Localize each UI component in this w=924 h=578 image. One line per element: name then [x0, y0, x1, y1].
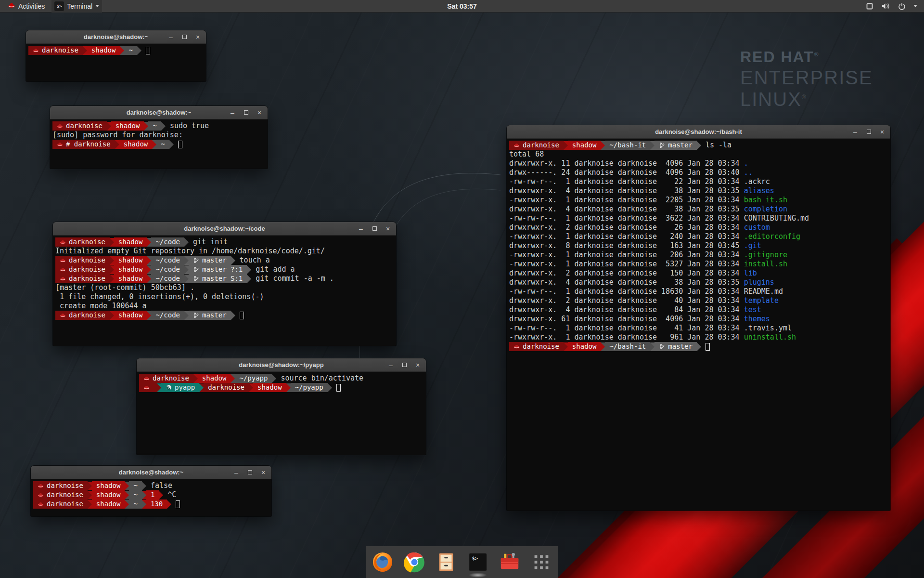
- terminal-content[interactable]: darknoiseshadow~/pyappsource bin/activat…: [137, 372, 426, 392]
- powerline-arrow-icon: [110, 265, 114, 274]
- window-titlebar[interactable]: darknoise@shadow:~/code–×: [53, 222, 396, 236]
- git-branch-icon: [659, 343, 665, 350]
- minimize-button[interactable]: –: [387, 362, 394, 368]
- dock-item-firefox[interactable]: [372, 551, 394, 573]
- file-attributes: -rw-rw-r--. 1 darknoise darknoise 3622 J…: [509, 214, 744, 223]
- file-name: .editorconfig: [744, 232, 800, 241]
- segment-text: shadow: [116, 121, 140, 131]
- minimize-button[interactable]: –: [852, 129, 859, 135]
- file-name: .ackrc: [744, 177, 770, 186]
- terminal-content[interactable]: darknoiseshadow~/bash-itmasterls -latota…: [507, 139, 890, 351]
- close-button[interactable]: ×: [385, 225, 391, 232]
- file-row: -rw-rw-r--. 1 darknoise darknoise 3622 J…: [509, 214, 890, 223]
- close-button[interactable]: ×: [879, 129, 886, 135]
- svg-text:$>: $>: [472, 555, 478, 561]
- prompt-line: darknoiseshadow~/codemaster S:1git commi…: [55, 274, 396, 283]
- output-text: [master (root-commit) 50bcb63] .: [55, 283, 194, 292]
- maximize-button[interactable]: [865, 129, 872, 135]
- screen-share-icon[interactable]: [866, 2, 873, 10]
- prompt-segment-user: darknoise: [139, 374, 193, 383]
- segment-text: darknoise: [42, 46, 78, 55]
- segment-text: shadow: [96, 499, 121, 509]
- prompt-segment-user: darknoise: [55, 256, 110, 265]
- segment-text: darknoise: [153, 374, 189, 383]
- terminal-content[interactable]: darknoiseshadow~sudo true[sudo] password…: [50, 119, 268, 149]
- file-row: drwxrwxr-x. 4 darknoise darknoise 38 Jan…: [509, 186, 890, 196]
- dock-item-terminal[interactable]: $>: [467, 551, 489, 573]
- maximize-button[interactable]: [246, 469, 253, 476]
- file-attributes: -rwxrwxr-x. 1 darknoise darknoise 206 Ja…: [509, 250, 744, 260]
- powerline-arrow-icon: [115, 140, 119, 149]
- file-name: .: [744, 159, 748, 168]
- terminal-content[interactable]: darknoiseshadow~: [26, 44, 206, 55]
- volume-icon[interactable]: [881, 2, 890, 10]
- window-titlebar[interactable]: darknoise@shadow:~/bash-it–×: [507, 125, 890, 139]
- powerline-arrow-icon: [184, 238, 189, 247]
- minimize-button[interactable]: –: [229, 109, 236, 116]
- system-status-area[interactable]: [866, 2, 924, 10]
- prompt-line: # darknoiseshadow~: [52, 140, 268, 149]
- prompt-line: darknoiseshadow~/bash-itmaster: [509, 342, 890, 351]
- prompt-segment-user: darknoise: [55, 265, 110, 274]
- terminal-content[interactable]: darknoiseshadow~falsedarknoiseshadow~1^C…: [31, 479, 271, 509]
- power-icon[interactable]: [898, 2, 906, 10]
- maximize-button[interactable]: [181, 34, 188, 40]
- dock-item-chrome[interactable]: [403, 551, 425, 573]
- prompt-segment-host: shadow: [92, 499, 125, 509]
- minimize-button[interactable]: –: [233, 469, 240, 476]
- powerline-arrow-icon: [142, 500, 146, 509]
- terminal-icon: $>: [467, 551, 489, 573]
- dock-item-app-grid[interactable]: [530, 551, 552, 573]
- clock[interactable]: Sat 03:57: [447, 2, 476, 10]
- window-titlebar[interactable]: darknoise@shadow:~–×: [50, 106, 268, 119]
- activities-button[interactable]: Activities: [5, 0, 48, 13]
- window-controls: –×: [387, 362, 426, 368]
- close-button[interactable]: ×: [194, 34, 201, 40]
- redhat-icon: [143, 375, 150, 381]
- file-attributes: drwxrwxr-x. 4 darknoise darknoise 38 Jan…: [509, 278, 744, 287]
- terminal-window-bashit: darknoise@shadow:~/bash-it–×darknoisesha…: [507, 125, 890, 511]
- dock-item-toolbox[interactable]: [499, 551, 521, 573]
- file-name: uninstall.sh: [744, 333, 796, 342]
- powerline-arrow-icon: [328, 383, 332, 392]
- maximize-icon: [244, 110, 248, 115]
- powerline-arrow-icon: [110, 256, 114, 265]
- window-title: darknoise@shadow:~/pyapp: [137, 361, 426, 368]
- command-text: git add a: [256, 265, 295, 274]
- powerline-arrow-icon: [161, 122, 166, 131]
- segment-text: ~: [153, 121, 156, 131]
- minimize-button[interactable]: –: [167, 34, 174, 40]
- window-titlebar[interactable]: darknoise@shadow:~–×: [31, 466, 271, 479]
- prompt-segment-host: shadow: [114, 256, 147, 265]
- terminal-content[interactable]: darknoiseshadow~/codegit initInitialized…: [53, 236, 396, 320]
- command-text: sudo true: [170, 121, 209, 131]
- powerline-arrow-icon: [110, 238, 114, 247]
- window-titlebar[interactable]: darknoise@shadow:~/pyapp–×: [137, 358, 426, 372]
- dock-item-files[interactable]: [435, 551, 457, 573]
- chevron-down-icon[interactable]: [913, 5, 917, 7]
- prompt-segment-user: darknoise: [509, 342, 564, 351]
- close-button[interactable]: ×: [260, 469, 267, 476]
- redhat-icon: [38, 492, 44, 498]
- maximize-icon: [867, 130, 871, 134]
- close-button[interactable]: ×: [414, 362, 421, 368]
- redhat-icon: [8, 1, 15, 11]
- redhat-icon: [57, 141, 63, 147]
- prompt-line: darknoiseshadow~/bash-itmasterls -la: [509, 141, 890, 150]
- powerline-arrow-icon: [199, 383, 204, 392]
- segment-text: ~/pyapp: [239, 374, 268, 383]
- app-menu-button[interactable]: $> Terminal: [51, 0, 102, 13]
- maximize-button[interactable]: [243, 109, 249, 116]
- segment-text: # darknoise: [66, 140, 111, 149]
- maximize-button[interactable]: [401, 362, 408, 368]
- maximize-button[interactable]: [371, 225, 378, 232]
- minimize-button[interactable]: –: [358, 225, 364, 232]
- window-titlebar[interactable]: darknoise@shadow:~–×: [26, 30, 206, 44]
- file-attributes: drwxrwxr-x. 2 darknoise darknoise 40 Jan…: [509, 296, 744, 305]
- segment-text: ~: [133, 499, 137, 509]
- segment-text: ~/pyapp: [295, 383, 323, 392]
- prompt-segment-host: shadow: [92, 490, 125, 499]
- file-row: drwxrwxr-x. 8 darknoise darknoise 163 Ja…: [509, 241, 890, 250]
- segment-text: ~: [161, 140, 165, 149]
- close-button[interactable]: ×: [256, 109, 263, 116]
